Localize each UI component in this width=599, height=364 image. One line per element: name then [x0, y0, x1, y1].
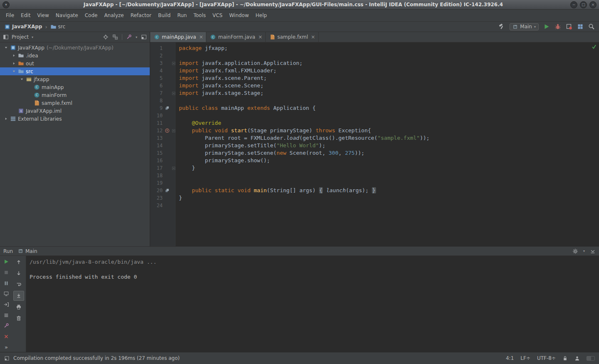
code-text[interactable]: import javafx.fxml.FXMLLoader; [176, 67, 277, 74]
down-stack-button[interactable] [13, 268, 24, 278]
toolwindow-toggle-icon[interactable] [4, 356, 10, 361]
structure-button[interactable] [577, 23, 584, 30]
code-text[interactable]: Parent root = FXMLLoader.load(getClass()… [176, 134, 430, 142]
code-text[interactable]: package jfxapp; [176, 45, 228, 52]
console-line[interactable] [30, 266, 599, 273]
hide-window-icon[interactable] [590, 248, 596, 254]
clear-button[interactable] [13, 313, 24, 323]
tab-mainform-java[interactable]: CmainForm.java× [206, 32, 265, 42]
tab-close-icon[interactable]: × [311, 34, 315, 40]
tree-item-out[interactable]: out [0, 59, 150, 67]
soft-wrap-button[interactable] [13, 280, 24, 290]
line-number[interactable]: 23 [150, 194, 163, 202]
code-text[interactable]: public void start(Stage primaryStage) th… [176, 127, 371, 134]
dump-button[interactable] [1, 310, 12, 320]
class-marker-icon[interactable] [163, 187, 171, 194]
line-number[interactable]: 7 [150, 89, 163, 97]
tab-close-icon[interactable]: × [199, 34, 203, 40]
code-text[interactable] [176, 112, 179, 119]
code-text[interactable] [176, 202, 179, 209]
fold-marker-icon[interactable] [171, 127, 176, 134]
editor[interactable]: 1package jfxapp;23import javafx.applicat… [150, 42, 599, 246]
tree-item-javafxapp[interactable]: JavaFXApp(~/Dokumenty/JavaFXApp) [0, 44, 150, 52]
code-text[interactable]: primaryStage.setTitle("Hello World"); [176, 142, 325, 149]
more-button[interactable]: » [1, 342, 12, 352]
close-button[interactable] [1, 332, 12, 342]
console-line[interactable]: Process finished with exit code 0 [30, 273, 599, 281]
code-text[interactable] [176, 172, 179, 179]
menu-vcs[interactable]: VCS [209, 10, 226, 21]
debug-button[interactable] [554, 23, 561, 30]
line-number[interactable]: 4 [150, 67, 163, 74]
line-number[interactable]: 11 [150, 119, 163, 127]
code-text[interactable]: } [176, 164, 195, 172]
code-text[interactable]: import javafx.scene.Scene; [176, 82, 264, 89]
run-config-dropdown[interactable]: Main▾ [510, 23, 539, 30]
chevron-down-icon[interactable]: ▾ [32, 35, 33, 39]
scroll-end-button[interactable] [13, 291, 24, 301]
tree-item-src[interactable]: src [0, 67, 150, 75]
chevron-down-icon[interactable]: ▾ [583, 249, 585, 253]
code-text[interactable]: primaryStage.setScene(new Scene(root, 30… [176, 149, 364, 157]
maximize-button[interactable]: □ [580, 1, 587, 8]
line-number[interactable]: 17 [150, 164, 163, 172]
menu-code[interactable]: Code [82, 10, 101, 21]
locate-button[interactable] [103, 34, 109, 40]
menu-help[interactable]: Help [252, 10, 270, 21]
search-button[interactable] [588, 23, 595, 30]
tree-item-mainapp[interactable]: CmainApp [0, 83, 150, 91]
breadcrumb-project[interactable]: JavaFXApp [12, 24, 42, 30]
tree-item-idea[interactable]: .idea [0, 52, 150, 59]
run-session-tab[interactable]: Main [18, 248, 37, 254]
settings-button[interactable] [126, 34, 132, 40]
coverage-button[interactable] [566, 23, 572, 30]
inspection-status-icon[interactable] [592, 44, 597, 49]
fold-marker-icon[interactable] [171, 89, 176, 97]
console-line[interactable]: /usr/lib/jvm/java-8-oracle/bin/java ... [30, 258, 599, 266]
line-number[interactable]: 5 [150, 74, 163, 82]
inspector-profile-icon[interactable] [574, 356, 580, 361]
line-number[interactable]: 15 [150, 149, 163, 157]
class-marker-icon[interactable] [163, 104, 171, 112]
line-number[interactable]: 20 [150, 187, 163, 194]
caret-position[interactable]: 4:1 [506, 355, 514, 361]
fold-marker-icon[interactable] [171, 164, 176, 172]
run-panel-title[interactable]: Run [3, 248, 13, 254]
pause-button[interactable] [1, 278, 12, 288]
window-menu-button[interactable]: ▾ [2, 1, 10, 8]
tree-expand-arrow-icon[interactable] [10, 54, 17, 57]
restore-layout-button[interactable] [1, 289, 12, 299]
run-button[interactable] [543, 23, 550, 30]
line-number[interactable]: 19 [150, 179, 163, 187]
tree-expand-arrow-icon[interactable] [2, 117, 9, 121]
hide-button[interactable] [141, 34, 147, 40]
code-text[interactable]: import javafx.application.Application; [176, 59, 302, 67]
titlebar[interactable]: ▾ JavaFXApp - [~/Dokumenty/JavaFXApp] - … [0, 0, 599, 10]
override-marker-icon[interactable] [163, 127, 171, 134]
settings-button[interactable] [1, 321, 12, 331]
run-settings-gear-icon[interactable] [572, 248, 578, 254]
line-number[interactable]: 1 [150, 45, 163, 52]
tab-close-icon[interactable]: × [258, 34, 262, 40]
close-button[interactable]: × [589, 1, 597, 8]
line-number[interactable]: 18 [150, 172, 163, 179]
code-text[interactable]: primaryStage.show(); [176, 157, 270, 164]
rerun-button[interactable] [1, 257, 12, 267]
code-text[interactable]: public class mainApp extends Application… [176, 104, 316, 112]
menu-edit[interactable]: Edit [17, 10, 34, 21]
stop-button[interactable] [1, 268, 12, 277]
code-text[interactable] [176, 179, 179, 187]
tree-item-jfxapp[interactable]: jfxapp [0, 75, 150, 83]
line-number[interactable]: 3 [150, 59, 163, 67]
code-text[interactable]: import javafx.scene.Parent; [176, 74, 267, 82]
make-project-button[interactable] [498, 23, 505, 30]
collapse-all-button[interactable] [112, 34, 118, 40]
menu-refactor[interactable]: Refactor [127, 10, 155, 21]
breadcrumb-src[interactable]: src [58, 24, 66, 30]
fold-marker-icon[interactable] [171, 59, 176, 67]
menu-window[interactable]: Window [226, 10, 252, 21]
tree-expand-arrow-icon[interactable] [10, 62, 17, 65]
line-number[interactable]: 6 [150, 82, 163, 89]
tree-collapse-arrow-icon[interactable] [10, 69, 17, 73]
run-console[interactable]: /usr/lib/jvm/java-8-oracle/bin/java ... … [26, 256, 599, 352]
